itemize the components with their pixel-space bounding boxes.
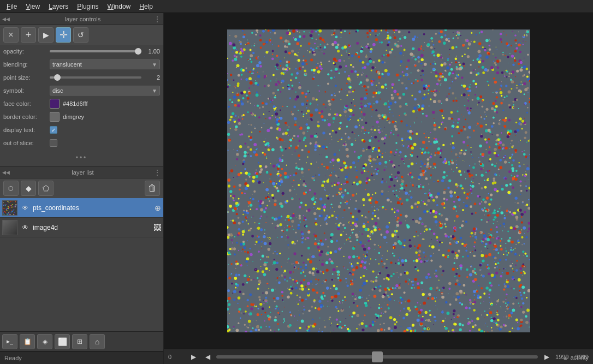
add-layer-button[interactable]: + (21, 27, 36, 43)
collapse-dots-icon[interactable]: ••• (76, 154, 88, 162)
layer-list-title: layer list (12, 169, 153, 176)
main-canvas-view (227, 29, 530, 332)
step-back-button[interactable]: ◀ (202, 351, 213, 362)
opacity-slider-track[interactable] (50, 50, 141, 52)
opacity-control: 1.00 (50, 48, 160, 55)
move-tool-button[interactable]: ✛ (56, 27, 71, 43)
rotate-tool-button[interactable]: ↺ (73, 27, 88, 43)
symbol-row: symbol: disc ▼ (0, 84, 163, 97)
left-panel: ◀◀ layer controls ⋮ × + ▶ ✛ ↺ opacity: (0, 13, 164, 364)
symbol-dropdown[interactable]: disc ▼ (50, 86, 160, 96)
border-color-control: dimgrey (50, 112, 160, 122)
layer-controls-header: ◀◀ layer controls ⋮ (0, 13, 163, 25)
controls-collapse-dots: ••• (0, 150, 163, 166)
select-tool-button[interactable]: ▶ (38, 27, 54, 43)
layer-list-menu-icon[interactable]: ⋮ (153, 168, 161, 177)
layer-list-toolbar: ⬡ ◆ ⬠ 🗑 (0, 178, 163, 198)
grid-button[interactable]: ⊞ (72, 334, 87, 349)
delete-layer-button[interactable]: 🗑 (145, 181, 160, 196)
blending-dropdown-arrow-icon: ▼ (152, 62, 157, 68)
point-size-slider-thumb[interactable] (54, 74, 61, 81)
collapse-arrow-icon[interactable]: ◀◀ (2, 16, 10, 22)
layer-item-image4d[interactable]: 👁 image4d 🖼 (0, 218, 163, 237)
display-text-control: ✓ (50, 126, 160, 134)
canvas-container[interactable] (164, 13, 593, 349)
point-size-slider-track[interactable] (50, 76, 141, 79)
face-color-value: #481d6fff (63, 100, 87, 107)
image4d-name: image4d (33, 224, 151, 231)
step-fwd-button[interactable]: ▶ (541, 351, 552, 362)
blending-control: translucent ▼ (50, 59, 160, 69)
close-layer-button[interactable]: × (3, 27, 19, 43)
status-bar: Ready (0, 351, 163, 364)
out-of-slice-checkbox[interactable] (50, 139, 57, 147)
home-button[interactable]: ⌂ (90, 334, 105, 349)
pts-thumbnail-canvas (2, 200, 17, 216)
opacity-label: opacity: (3, 48, 50, 55)
layer-list-panel: ◀◀ layer list ⋮ ⬡ ◆ ⬠ 🗑 👁 pts_coordinate… (0, 166, 163, 331)
out-of-slice-control (50, 139, 160, 147)
layer-list-header: ◀◀ layer list ⋮ (0, 166, 163, 178)
pts-coordinates-name: pts_coordinates (33, 204, 152, 212)
blending-value: translucent (52, 61, 82, 68)
out-of-slice-row: out of slice: (0, 136, 163, 150)
main-scatter-canvas[interactable] (227, 29, 530, 332)
play-button[interactable]: ▶ (188, 351, 199, 362)
face-color-label: face color: (3, 100, 50, 107)
layer-controls-title: layer controls (12, 16, 153, 22)
timeline-thumb[interactable] (372, 351, 383, 362)
border-color-row: border color: dimgrey (0, 110, 163, 123)
image4d-thumbnail (2, 220, 17, 235)
symbol-label: symbol: (3, 87, 50, 94)
display-text-row: display text: ✓ (0, 123, 163, 136)
activity-label[interactable]: activity (570, 354, 589, 361)
blending-label: blending: (3, 61, 50, 68)
display-text-checkbox[interactable]: ✓ (50, 126, 57, 134)
out-of-slice-label: out of slice: (3, 140, 50, 146)
opacity-row: opacity: 1.00 (0, 45, 163, 58)
pts-coordinates-thumbnail (2, 200, 17, 216)
timeline-start: 0 (168, 354, 185, 360)
opacity-slider-fill (50, 50, 141, 52)
canvas-area: 0 ▶ ◀ ▶ 1999 3999 ▲ activity (164, 13, 593, 364)
border-color-swatch[interactable] (50, 112, 60, 122)
point-size-control: 2 (50, 74, 160, 81)
pts-coordinates-visibility-toggle[interactable]: 👁 (20, 202, 31, 213)
labels-tool-button[interactable]: ⬠ (38, 181, 54, 196)
layer-list-collapse-icon[interactable]: ◀◀ (2, 170, 10, 175)
face-color-swatch[interactable] (50, 99, 60, 109)
blending-dropdown[interactable]: translucent ▼ (50, 59, 160, 69)
face-color-swatch-row: #481d6fff (50, 99, 160, 109)
menu-help[interactable]: Help (135, 2, 157, 11)
point-size-row: point size: 2 (0, 71, 163, 84)
point-size-label: point size: (3, 74, 50, 81)
script-editor-button[interactable]: 📋 (20, 334, 35, 349)
layer-item-pts-coordinates[interactable]: 👁 pts_coordinates ⊕ (0, 198, 163, 218)
menu-file[interactable]: File (2, 2, 21, 11)
timeline-slider[interactable] (216, 355, 538, 359)
console-button[interactable]: ▶_ (2, 334, 17, 349)
layer-controls-panel: ◀◀ layer controls ⋮ × + ▶ ✛ ↺ opacity: (0, 13, 163, 166)
face-color-row: face color: #481d6fff (0, 97, 163, 110)
display-text-label: display text: (3, 127, 50, 133)
symbol-dropdown-arrow-icon: ▼ (152, 88, 157, 94)
point-size-value: 2 (144, 74, 160, 81)
shapes-tool-button[interactable]: ◆ (21, 181, 36, 196)
opacity-slider-container: 1.00 (50, 48, 160, 55)
menu-plugins[interactable]: Plugins (73, 2, 103, 11)
3d-view-button[interactable]: ◈ (37, 334, 52, 349)
image4d-type-icon: 🖼 (153, 223, 161, 232)
points-tool-button[interactable]: ⬡ (3, 181, 19, 196)
opacity-value: 1.00 (144, 48, 160, 55)
image-thumbnail-canvas (2, 220, 17, 235)
section-menu-icon[interactable]: ⋮ (153, 15, 161, 23)
menu-window[interactable]: Window (103, 2, 135, 11)
image4d-visibility-toggle[interactable]: 👁 (20, 222, 31, 233)
opacity-slider-thumb[interactable] (135, 48, 141, 55)
menu-view[interactable]: View (21, 2, 44, 11)
activity-arrow-icon: ▲ (562, 355, 568, 361)
crop-button[interactable]: ⬜ (55, 334, 70, 349)
menu-layers[interactable]: Layers (44, 2, 73, 11)
blending-row: blending: translucent ▼ (0, 58, 163, 71)
menubar: File View Layers Plugins Window Help (0, 0, 593, 13)
